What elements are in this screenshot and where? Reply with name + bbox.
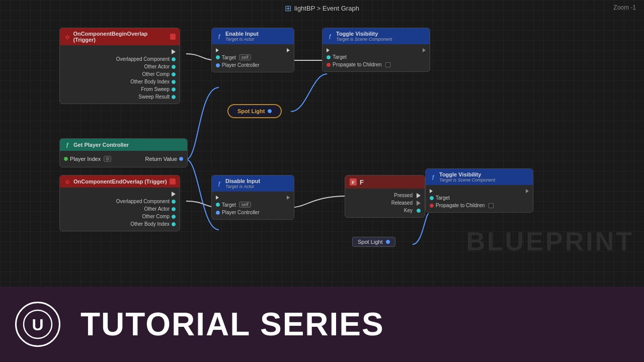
toggle-visibility-2-node[interactable]: ƒ Toggle Visibility Target is Scene Comp… (425, 168, 533, 213)
exec-out-end-pin (60, 191, 180, 198)
node-icon-begin: ◇ (64, 33, 70, 40)
on-begin-overlap-title: OnComponentBeginOverlap (Trigger) (73, 31, 167, 43)
on-end-overlap-title: OnComponentEndOverlap (Trigger) (73, 178, 167, 185)
node-close-end[interactable] (170, 178, 176, 185)
node-icon-disable: ƒ (216, 180, 223, 187)
spot-light-1-node[interactable]: Spot Light (227, 104, 282, 118)
tutorial-series-text: TUTORIAL SERIES (75, 306, 384, 343)
f-key-title: F (360, 178, 364, 186)
overlapped-comp-end-pin: Overlapped Component (60, 198, 180, 205)
exec-out-toggle2 (526, 189, 529, 193)
self-badge: self (239, 54, 251, 60)
propagate-pin2: Propagate to Children (426, 202, 533, 209)
player-ctrl-pin: Player Controller (212, 61, 294, 69)
on-end-overlap-body: Overlapped Component Other Actor Other C… (60, 188, 180, 231)
sweep-result-pin: Sweep Result (60, 93, 180, 101)
target-pin: Target self (212, 53, 294, 61)
toggle-visibility-1-node[interactable]: ƒ Toggle Visibility Target is Scene Comp… (322, 28, 430, 72)
get-player-ctrl-body: Player Index 0 Return Value (60, 151, 187, 167)
disable-input-body: Target self Player Controller (212, 192, 294, 219)
other-body-end-pin: Other Body Index (60, 220, 180, 228)
return-value-pin (179, 157, 183, 161)
breadcrumb: ⊞ lightBP > Event Graph (285, 4, 359, 13)
player-ctrl-disable-label: Player Controller (222, 210, 259, 215)
f-key-node[interactable]: F F Pressed Released Key (345, 175, 425, 218)
disable-input-title: Disable Input (225, 178, 260, 184)
exec-in-pin (216, 48, 219, 52)
node-icon-toggle1: ƒ (327, 33, 334, 40)
node-icon-end: ◇ (64, 178, 71, 185)
f-key-body: Pressed Released Key (345, 189, 425, 217)
player-ctrl-label: Player Controller (222, 62, 259, 68)
toggle-vis-1-title: Toggle Visibility (336, 31, 392, 37)
toggle-vis-1-body: Target Propagate to Children (323, 44, 430, 71)
exec-out-pin (60, 48, 180, 55)
other-body-index-pin: Other Body Index (60, 78, 180, 85)
breadcrumb-text: lightBP > Event Graph (294, 5, 359, 12)
get-player-ctrl-title: Get Player Controller (73, 142, 129, 148)
on-begin-overlap-node[interactable]: ◇ OnComponentBeginOverlap (Trigger) Over… (59, 28, 180, 104)
f-key-icon: F (349, 178, 357, 186)
node-close[interactable] (170, 34, 176, 40)
enable-input-header: ƒ Enable Input Target is Actor (212, 28, 294, 44)
return-value-label: Return Value (145, 156, 177, 162)
toggle-vis-2-body: Target Propagate to Children (426, 185, 533, 212)
get-player-ctrl-header: ƒ Get Player Controller (60, 139, 187, 151)
overlapped-comp-pin: Overlapped Component (60, 55, 180, 63)
target-pin2: Target (426, 194, 533, 202)
enable-input-sub: Target is Actor (225, 37, 259, 42)
exec-in-pin (327, 48, 330, 52)
spot-light-1-pin (268, 109, 272, 113)
disable-input-node[interactable]: ƒ Disable Input Target is Actor Target s… (211, 175, 294, 220)
exec-out-disable (287, 196, 290, 200)
propagate-checkbox1[interactable] (385, 62, 390, 67)
exec-out-pin (423, 48, 426, 52)
enable-input-body: Target self Player Controller (212, 44, 294, 72)
released-pin: Released (345, 199, 425, 207)
toggle-vis-1-sub: Target is Scene Component (336, 37, 392, 42)
svg-text:F: F (352, 180, 355, 185)
on-end-overlap-header: ◇ OnComponentEndOverlap (Trigger) (60, 175, 180, 188)
player-index-value: 0 (104, 156, 111, 162)
other-comp-pin: Other Comp (60, 70, 180, 78)
toggle-vis-2-title: Toggle Visibility (439, 171, 495, 177)
player-index-label: Player Index (70, 156, 101, 162)
spot-light-2-label: Spot Light (358, 239, 383, 245)
disable-input-header: ƒ Disable Input Target is Actor (212, 175, 294, 192)
ue-logo: U (15, 302, 60, 347)
self-badge-disable: self (239, 202, 251, 208)
get-player-controller-node[interactable]: ƒ Get Player Controller Player Index 0 R… (59, 138, 188, 167)
target-label: Target (222, 55, 236, 60)
propagate-pin1: Propagate to Children (323, 61, 430, 68)
other-actor-pin: Other Actor (60, 63, 180, 70)
pressed-pin: Pressed (345, 192, 425, 199)
key-pin: Key (345, 207, 425, 214)
f-key-header: F F (345, 175, 425, 189)
pressed-label: Pressed (394, 193, 413, 198)
propagate-label1: Propagate to Children (333, 62, 381, 67)
ue-logo-svg: U (23, 309, 53, 339)
enable-input-node[interactable]: ƒ Enable Input Target is Actor Target se… (211, 28, 294, 72)
blueprint-canvas[interactable]: ⊞ lightBP > Event Graph Zoom -1 ◇ OnComp… (0, 0, 644, 287)
target-disable-pin: Target self (212, 201, 294, 209)
toggle-vis-2-header: ƒ Toggle Visibility Target is Scene Comp… (426, 169, 533, 185)
exec-out-pin (287, 48, 290, 52)
header-bar: ⊞ lightBP > Event Graph Zoom -1 (0, 0, 644, 16)
on-end-overlap-node[interactable]: ◇ OnComponentEndOverlap (Trigger) Overla… (59, 175, 180, 231)
player-ctrl-disable-pin: Player Controller (212, 209, 294, 216)
other-actor-end-pin: Other Actor (60, 205, 180, 213)
target-label1: Target (333, 54, 347, 60)
target-disable-label: Target (222, 202, 236, 208)
other-comp-end-pin: Other Comp (60, 213, 180, 220)
blueprint-watermark: BLUEPRINT (466, 226, 634, 256)
node-icon-toggle2: ƒ (430, 173, 437, 180)
from-sweep-pin: From Sweep (60, 85, 180, 93)
spot-light-2-pin (386, 240, 390, 244)
on-begin-overlap-header: ◇ OnComponentBeginOverlap (Trigger) (60, 28, 180, 45)
on-begin-overlap-body: Overlapped Component Other Actor Other C… (60, 45, 180, 104)
node-icon-gpc: ƒ (64, 141, 71, 148)
spot-light-2-node[interactable]: Spot Light (352, 237, 395, 247)
breadcrumb-icon: ⊞ (285, 4, 291, 13)
exec-in-disable (216, 196, 219, 200)
propagate-checkbox2[interactable] (489, 203, 494, 208)
